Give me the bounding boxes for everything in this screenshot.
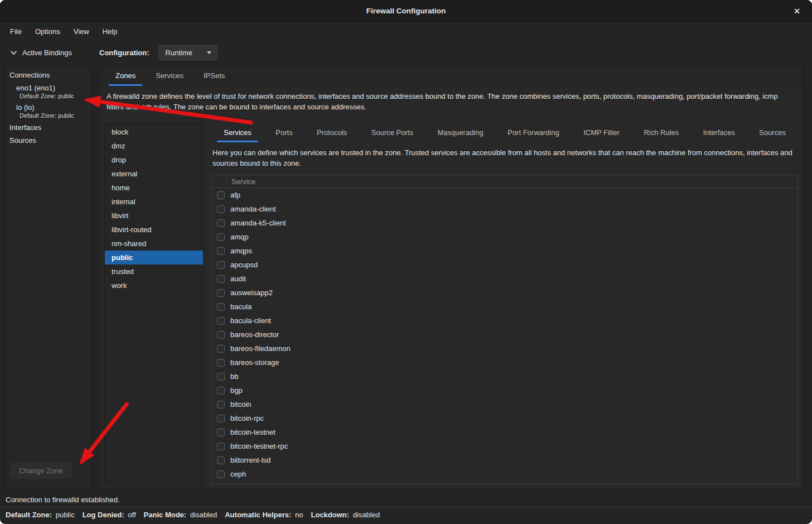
change-zone-button[interactable]: Change Zone	[9, 461, 72, 480]
service-row-amanda-k5-client[interactable]: amanda-k5-client	[212, 216, 798, 230]
tab-ipsets[interactable]: IPSets	[194, 65, 235, 86]
zone-tab-rich-rules[interactable]: Rich Rules	[634, 123, 689, 142]
connection-item[interactable]: lo (lo)Default Zone: public	[5, 102, 92, 121]
zone-tab-source-ports[interactable]: Source Ports	[361, 123, 423, 142]
status-field-panic-mode: Panic Mode: disabled	[144, 511, 218, 519]
service-checkbox[interactable]	[217, 233, 225, 241]
service-row-bittorrent-lsd[interactable]: bittorrent-lsd	[212, 453, 798, 467]
sidebar: Active Bindings Connections eno1 (eno1)D…	[4, 40, 93, 489]
service-name: bareos-storage	[230, 358, 279, 367]
service-checkbox[interactable]	[217, 317, 225, 325]
zone-item-block[interactable]: block	[105, 125, 203, 139]
zone-item-nm-shared[interactable]: nm-shared	[105, 237, 203, 251]
service-checkbox[interactable]	[217, 456, 225, 464]
service-row-bareos-storage[interactable]: bareos-storage	[212, 355, 798, 369]
service-checkbox[interactable]	[217, 205, 225, 213]
service-row-bitcoin-testnet-rpc[interactable]: bitcoin-testnet-rpc	[212, 439, 798, 453]
service-name: amqp	[230, 233, 249, 241]
service-row-amqp[interactable]: amqp	[212, 230, 798, 244]
service-row-apcupsd[interactable]: apcupsd	[212, 258, 798, 272]
service-row-amanda-client[interactable]: amanda-client	[212, 202, 798, 216]
zone-item-libvirt-routed[interactable]: libvirt-routed	[105, 223, 203, 237]
active-bindings-expander[interactable]: Active Bindings	[4, 40, 93, 65]
services-table-header: Service	[212, 175, 798, 188]
tree-item-sources[interactable]: Sources	[5, 134, 92, 147]
service-column-header[interactable]: Service	[227, 175, 798, 188]
service-row-afp[interactable]: afp	[212, 188, 798, 202]
service-checkbox[interactable]	[217, 373, 225, 381]
zone-settings-panel: ServicesPortsProtocolsSource PortsMasque…	[211, 123, 798, 484]
tree-item-connections[interactable]: Connections	[5, 69, 92, 81]
service-name: amqps	[230, 247, 252, 255]
service-row-bgp[interactable]: bgp	[212, 383, 798, 397]
menu-item-file[interactable]: File	[4, 25, 27, 39]
status-field-value: disabled	[188, 511, 217, 519]
zone-tab-masquerading[interactable]: Masquerading	[427, 123, 493, 142]
zone-item-work[interactable]: work	[105, 278, 203, 292]
zone-tab-ports[interactable]: Ports	[265, 123, 302, 142]
zone-item-internal[interactable]: internal	[105, 195, 203, 209]
service-row-amqps[interactable]: amqps	[212, 244, 798, 258]
zone-tab-sources[interactable]: Sources	[749, 123, 796, 142]
service-row-bareos-director[interactable]: bareos-director	[212, 328, 798, 342]
service-checkbox[interactable]	[217, 415, 225, 422]
tab-services[interactable]: Services	[146, 65, 194, 86]
service-checkbox[interactable]	[217, 331, 225, 339]
configuration-dropdown[interactable]: Runtime	[157, 44, 219, 61]
zone-item-libvirt[interactable]: libvirt	[105, 209, 203, 223]
service-row-bitcoin-rpc[interactable]: bitcoin-rpc	[212, 411, 798, 425]
service-checkbox[interactable]	[217, 359, 225, 367]
service-name: amanda-k5-client	[230, 219, 286, 227]
menu-item-help[interactable]: Help	[97, 25, 123, 39]
service-checkbox[interactable]	[217, 191, 225, 199]
service-checkbox[interactable]	[217, 429, 225, 436]
service-checkbox[interactable]	[217, 470, 225, 478]
service-row-ausweisapp2[interactable]: ausweisapp2	[212, 286, 798, 300]
status-field-label: Automatic Helpers:	[225, 511, 291, 519]
zone-item-home[interactable]: home	[105, 181, 203, 195]
active-bindings-label: Active Bindings	[22, 49, 72, 57]
service-checkbox[interactable]	[217, 387, 225, 395]
service-row-bareos-filedaemon[interactable]: bareos-filedaemon	[212, 342, 798, 355]
service-checkbox[interactable]	[217, 261, 225, 269]
zone-item-public[interactable]: public	[105, 251, 203, 265]
zone-tab-interfaces[interactable]: Interfaces	[693, 123, 745, 142]
service-checkbox[interactable]	[217, 275, 225, 283]
service-checkbox[interactable]	[217, 303, 225, 311]
firewall-config-window: Firewall Configuration ✕ FileOptionsView…	[0, 0, 812, 524]
menu-item-view[interactable]: View	[68, 25, 95, 39]
zone-item-drop[interactable]: drop	[105, 153, 203, 167]
service-name: bb	[230, 372, 238, 381]
close-icon[interactable]: ✕	[791, 5, 803, 17]
status-message: Connection to firewalld established.	[0, 492, 812, 507]
service-checkbox[interactable]	[217, 247, 225, 255]
zone-item-trusted[interactable]: trusted	[105, 265, 203, 278]
service-name: bittorrent-lsd	[230, 456, 270, 464]
zone-tab-services[interactable]: Services	[214, 123, 262, 142]
service-name: bacula-client	[230, 316, 271, 325]
service-checkbox[interactable]	[217, 219, 225, 227]
service-row-bitcoin-testnet[interactable]: bitcoin-testnet	[212, 425, 798, 439]
service-row-bacula-client[interactable]: bacula-client	[212, 314, 798, 328]
service-row-bacula[interactable]: bacula	[212, 300, 798, 314]
service-row-bb[interactable]: bb	[212, 369, 798, 383]
tab-zones[interactable]: Zones	[105, 65, 146, 86]
titlebar[interactable]: Firewall Configuration ✕	[0, 0, 812, 22]
service-row-audit[interactable]: audit	[212, 272, 798, 286]
service-checkbox[interactable]	[217, 443, 225, 450]
service-checkbox[interactable]	[217, 345, 225, 353]
tree-item-interfaces[interactable]: Interfaces	[5, 121, 92, 134]
service-row-bitcoin[interactable]: bitcoin	[212, 397, 798, 411]
service-checkbox[interactable]	[217, 401, 225, 408]
service-row-ceph[interactable]: ceph	[212, 467, 798, 481]
zone-tab-protocols[interactable]: Protocols	[307, 123, 357, 142]
status-field-value: disabled	[351, 511, 380, 519]
zone-tab-icmp-filter[interactable]: ICMP Filter	[573, 123, 630, 142]
status-field-value: no	[293, 511, 303, 519]
menu-item-options[interactable]: Options	[30, 25, 66, 39]
service-checkbox[interactable]	[217, 289, 225, 297]
zone-tab-port-forwarding[interactable]: Port Forwarding	[497, 123, 569, 142]
zone-item-external[interactable]: external	[105, 167, 203, 181]
connection-item[interactable]: eno1 (eno1)Default Zone: public	[5, 82, 92, 101]
zone-item-dmz[interactable]: dmz	[105, 139, 203, 153]
